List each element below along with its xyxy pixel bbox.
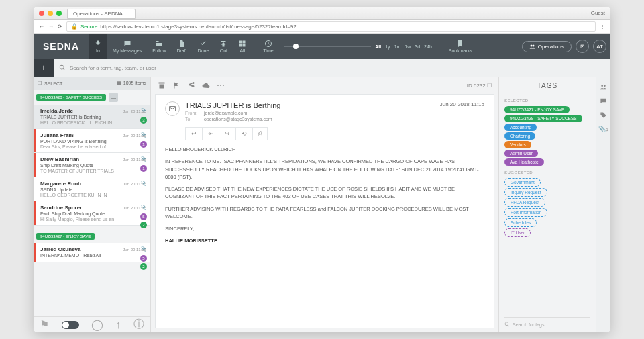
help-button[interactable]: ⊡ (576, 40, 589, 53)
archive-icon[interactable] (158, 81, 166, 89)
lock-icon: 🔒 (71, 23, 78, 30)
list-item[interactable]: Margarete RoobJun 20 11:15SEDNA UpdateHE… (34, 177, 150, 201)
minimize-icon[interactable] (48, 11, 53, 16)
address-bar: ← → ⟳ 🔒 Secure https://sedna-dev-demo1.s… (34, 20, 610, 34)
browser-tab[interactable]: Operations - SEDNA (67, 9, 136, 19)
main: ☐ SELECT ▦1095 items 94UZG3428 - SAFETY … (34, 77, 610, 332)
count-badge: 3 (140, 117, 147, 124)
tags-title: TAGS (504, 82, 590, 89)
tl-all[interactable]: All (375, 44, 381, 49)
app-window: Operations - SEDNA Guest ← → ⟳ 🔒 Secure … (34, 7, 610, 332)
search-icon (504, 322, 510, 327)
up-icon[interactable]: ↑ (115, 319, 121, 331)
tag-chip[interactable]: 94UZG3428 - SAFETY SUCCESS (504, 115, 582, 122)
tag-chip[interactable]: Ava Heathcote (504, 158, 544, 166)
nav-bookmarks[interactable]: Bookmarks (443, 40, 478, 53)
select-label: SELECT (44, 81, 62, 86)
list-item[interactable]: Sandrine SporerJun 20 11:15Fwd: Ship Dra… (34, 201, 150, 226)
compose-button[interactable]: + (34, 59, 54, 77)
reload-icon[interactable]: ⟳ (58, 23, 62, 30)
url-input[interactable]: 🔒 Secure https://sedna-dev-demo1.stage3s… (66, 21, 596, 32)
count-badge: 5 (140, 213, 147, 220)
nav-out[interactable]: Out (214, 34, 233, 59)
tag-chip[interactable]: PFDA Request (504, 198, 545, 207)
tag-chip[interactable]: Port Information (504, 208, 547, 217)
toggle[interactable] (62, 321, 79, 329)
cloud-icon[interactable] (202, 81, 210, 89)
back-icon[interactable]: ← (39, 23, 44, 30)
print-icon[interactable]: ⎙ (253, 128, 267, 140)
tag-chip[interactable]: Vendors (504, 141, 531, 148)
tl-3d[interactable]: 3d (415, 44, 420, 49)
info-icon[interactable]: ⓘ (133, 318, 144, 332)
forward-icon[interactable]: ↪ (219, 128, 236, 140)
tag-collapse[interactable]: — (109, 93, 118, 102)
list-mid-tag[interactable]: 94UZG3427 - ENJOY SAVE (36, 233, 95, 240)
list-item[interactable]: Juliana FramiJun 20 11:15PORTLAND VIKING… (34, 129, 150, 153)
tags-column: TAGS SELECTED 94UZG3427 - ENJOY SAVE94UZ… (498, 77, 596, 332)
tag-chip[interactable]: Government (504, 178, 541, 187)
reply-icon[interactable]: ↩ (186, 128, 203, 140)
list-footer: ⚑ ◯ ↑ ⓘ (34, 316, 150, 332)
list-item[interactable]: Drew BashirianJun 20 11:15Ship Draft Mar… (34, 153, 150, 177)
count-badge: 1 (140, 165, 147, 172)
tag-chip[interactable]: Accounting (504, 124, 537, 131)
operations-button[interactable]: Operations (522, 41, 572, 52)
checkbox-icon[interactable]: ☐ (38, 81, 42, 86)
tl-1m[interactable]: 1m (394, 44, 401, 49)
tl-24h[interactable]: 24h (424, 44, 432, 49)
nav-follow[interactable]: Follow (147, 34, 171, 59)
tl-1w[interactable]: 1w (405, 44, 411, 49)
tag-chip[interactable]: Inquiry Request (504, 188, 547, 197)
close-icon[interactable] (39, 11, 44, 16)
list-item[interactable]: Imelda JerdeJun 20 11:15TRIALS JUPITER i… (34, 105, 150, 129)
nav-done[interactable]: Done (193, 34, 215, 59)
nav-my-messages[interactable]: My Messages (107, 34, 147, 59)
attach-icon[interactable]: 📎₀ (598, 126, 608, 132)
nav-draft[interactable]: Draft (171, 34, 192, 59)
list-top-tag[interactable]: 94UZG3428 - SAFETY SUCCESS (36, 94, 106, 101)
item-count: ▦1095 items (117, 81, 146, 86)
more-icon[interactable]: ⋯ (217, 81, 225, 90)
window-controls (39, 11, 62, 16)
timeline[interactable]: All 1y 1m 1w 3d 24h (279, 44, 437, 49)
message-actions: ↩ ↞ ↪ ⟲ ⎙ (185, 127, 268, 140)
circle-icon[interactable]: ◯ (91, 318, 103, 331)
list-item[interactable]: Jarred OkunevaJun 20 11:15INTERNAL MEMO … (34, 243, 150, 262)
flag-icon[interactable]: ⚑ (40, 318, 49, 331)
tag-search[interactable]: Search for tags (504, 317, 590, 327)
list-header: ☐ SELECT ▦1095 items (34, 77, 150, 90)
forward-icon[interactable]: → (48, 23, 54, 30)
tag-chip[interactable]: Admin User (504, 150, 538, 157)
tag-chip[interactable]: Chartering (504, 132, 535, 140)
titlebar: Operations - SEDNA Guest (34, 7, 610, 20)
clip-icon: 📎 (141, 108, 147, 113)
message-id: ID 5232 ☐ (467, 83, 492, 89)
tag-chip[interactable]: Schedules (504, 218, 537, 227)
reply-all-icon[interactable]: ↞ (203, 128, 219, 140)
share-icon[interactable] (187, 81, 195, 89)
tag-chip[interactable]: 94UZG3427 - ENJOY SAVE (504, 106, 570, 113)
message-title: TRIALS JUPITER is Berthing (185, 101, 435, 109)
count-badge: 2 (140, 222, 147, 228)
people-icon[interactable] (600, 83, 607, 91)
refresh-icon[interactable]: ⟲ (236, 128, 253, 140)
search-icon (59, 64, 66, 71)
guest-label: Guest (591, 10, 605, 16)
svg-point-2 (532, 44, 534, 46)
menu-icon[interactable]: ⋮ (600, 23, 605, 30)
nav-all[interactable]: All (233, 34, 252, 59)
tl-1y[interactable]: 1y (385, 44, 390, 49)
nav-in[interactable]: In (89, 34, 107, 59)
tag-chip[interactable]: IT User (504, 228, 531, 237)
timeline-handle[interactable] (293, 44, 299, 49)
svg-point-1 (530, 44, 532, 46)
nav-group: In My Messages Follow Draft Done Out All (89, 34, 252, 59)
tag-icon[interactable] (600, 111, 607, 119)
search-bar[interactable]: Search for a term, tag, team, or user (54, 64, 610, 71)
chat-icon[interactable] (600, 97, 607, 105)
nav-time[interactable]: Time (258, 40, 278, 53)
flag-icon[interactable] (172, 81, 180, 89)
maximize-icon[interactable] (56, 11, 62, 16)
avatar[interactable]: AT (593, 40, 606, 53)
